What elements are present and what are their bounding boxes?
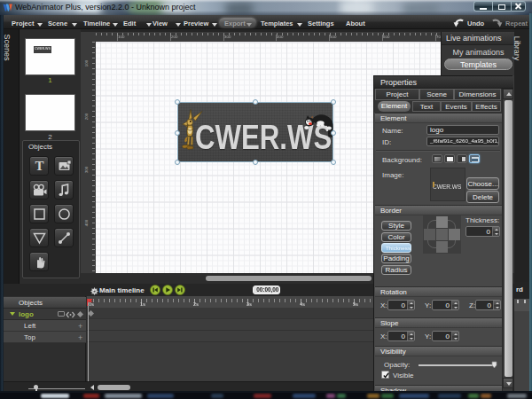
svg-text:T: T [35,159,43,173]
